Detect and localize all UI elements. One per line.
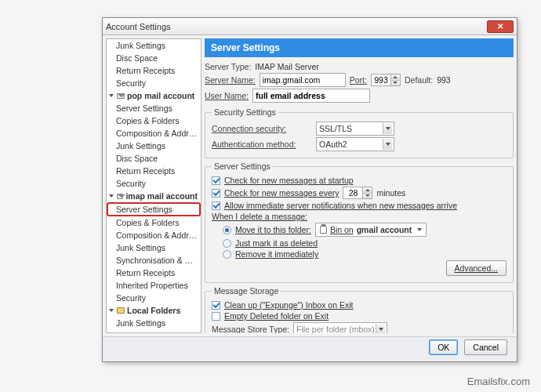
tree-account-pop[interactable]: pop mail account: [107, 89, 201, 102]
server-name-input[interactable]: [260, 73, 346, 87]
panel-title: Server Settings: [205, 38, 514, 57]
port-stepper[interactable]: [371, 74, 401, 86]
tree-item[interactable]: Junk Settings: [107, 317, 201, 329]
message-storage-legend: Message Storage: [212, 286, 281, 296]
connection-security-select[interactable]: SSL/TLS: [316, 122, 394, 136]
tree-item[interactable]: Server Settings: [107, 102, 201, 114]
chevron-down-icon: [376, 324, 385, 333]
connection-security-label: Connection security:: [212, 124, 312, 133]
chevron-down-icon: [417, 228, 422, 231]
auth-method-label: Authentication method:: [212, 140, 312, 149]
tree-item[interactable]: Composition & Address...: [107, 127, 201, 140]
remove-immediately-radio[interactable]: [223, 250, 231, 259]
server-settings-legend: Server Settings: [212, 162, 273, 171]
account-settings-window: Account Settings ✕ Junk Settings Disc Sp…: [102, 17, 517, 362]
check-interval-checkbox[interactable]: [212, 189, 220, 198]
account-tree[interactable]: Junk Settings Disc Space Return Receipts…: [106, 38, 202, 333]
bin-icon: [320, 226, 327, 234]
expand-icon: [109, 194, 114, 198]
tree-item[interactable]: Security: [107, 292, 201, 304]
server-name-label: Server Name:: [205, 75, 256, 85]
tree-item[interactable]: Disc Space: [107, 329, 201, 333]
tree-account-imap[interactable]: imap mail account: [107, 190, 201, 202]
tree-item[interactable]: Disc Space: [107, 52, 201, 64]
ok-button[interactable]: OK: [429, 339, 458, 355]
chevron-down-icon: [383, 123, 392, 134]
default-port-label: Default:: [405, 75, 433, 85]
security-settings-group: Security Settings Connection security: S…: [205, 107, 514, 158]
cleanup-label: Clean up ("Expunge") Inbox on Exit: [224, 300, 353, 310]
window-title: Account Settings: [106, 22, 171, 31]
expand-icon: [109, 309, 114, 312]
check-startup-checkbox[interactable]: [212, 176, 220, 185]
empty-deleted-checkbox[interactable]: [212, 312, 220, 321]
tree-item[interactable]: Junk Settings: [107, 241, 201, 254]
check-startup-label: Check for new messages at startup: [224, 176, 354, 185]
check-interval-stepper[interactable]: [343, 187, 372, 199]
username-label: User Name:: [205, 91, 249, 100]
allow-push-checkbox[interactable]: [212, 201, 220, 210]
tree-local-folders[interactable]: Local Folders: [107, 304, 201, 317]
store-type-select: File per folder (mbox): [293, 322, 387, 333]
server-settings-group: Server Settings Check for new messages a…: [205, 162, 514, 283]
tree-item-server-settings[interactable]: Server Settings: [107, 202, 201, 216]
delete-action-label: When I delete a message:: [212, 212, 307, 221]
tree-item[interactable]: Return Receipts: [107, 64, 201, 77]
check-interval-label: Check for new messages every: [224, 188, 339, 198]
close-button[interactable]: ✕: [487, 20, 514, 33]
tree-item[interactable]: Synchronisation & Stora...: [107, 254, 201, 267]
folder-icon: [117, 307, 125, 314]
chevron-down-icon: [383, 139, 392, 150]
mark-deleted-radio[interactable]: [223, 239, 231, 248]
tree-item[interactable]: Junk Settings: [107, 39, 201, 52]
default-port-value: 993: [437, 75, 451, 85]
check-interval-unit: minutes: [376, 188, 405, 198]
tree-item[interactable]: Return Receipts: [107, 165, 201, 177]
store-type-label: Message Store Type:: [212, 325, 289, 333]
advanced-button[interactable]: Advanced...: [446, 260, 507, 276]
tree-item[interactable]: Return Receipts: [107, 267, 201, 279]
cancel-button[interactable]: Cancel: [464, 339, 507, 355]
cleanup-checkbox[interactable]: [212, 301, 220, 310]
tree-item[interactable]: Composition & Address...: [107, 229, 201, 241]
server-type-label: Server Type:: [205, 62, 251, 71]
message-storage-group: Message Storage Clean up ("Expunge") Inb…: [205, 286, 514, 333]
username-input[interactable]: [252, 89, 370, 103]
mark-deleted-label: Just mark it as deleted: [235, 238, 318, 248]
tree-item[interactable]: Copies & Folders: [107, 216, 201, 229]
allow-push-label: Allow immediate server notifications whe…: [224, 201, 457, 210]
tree-item[interactable]: Security: [107, 177, 201, 190]
move-to-folder-label: Move it to this folder:: [235, 225, 311, 234]
trash-folder-select[interactable]: Bin on gmail account: [315, 223, 427, 237]
port-label: Port:: [350, 75, 367, 85]
auth-method-select[interactable]: OAuth2: [316, 137, 394, 151]
settings-panel: Server Settings Server Type: IMAP Mail S…: [205, 38, 514, 333]
remove-immediately-label: Remove it immediately: [235, 249, 318, 259]
tree-item[interactable]: Inherited Properties: [107, 279, 201, 292]
branding-text: Emailsfix.com: [467, 376, 530, 387]
server-type-value: IMAP Mail Server: [255, 62, 319, 71]
tree-item[interactable]: Security: [107, 77, 201, 89]
expand-icon: [109, 94, 114, 97]
move-to-folder-radio[interactable]: [223, 226, 231, 234]
titlebar: Account Settings ✕: [103, 18, 517, 35]
tree-item[interactable]: Disc Space: [107, 152, 201, 165]
tree-item[interactable]: Junk Settings: [107, 140, 201, 152]
mail-icon: [117, 194, 123, 199]
empty-deleted-label: Empty Deleted folder on Exit: [224, 311, 329, 321]
tree-item[interactable]: Copies & Folders: [107, 114, 201, 127]
mail-icon: [117, 93, 125, 99]
security-legend: Security Settings: [212, 107, 278, 117]
